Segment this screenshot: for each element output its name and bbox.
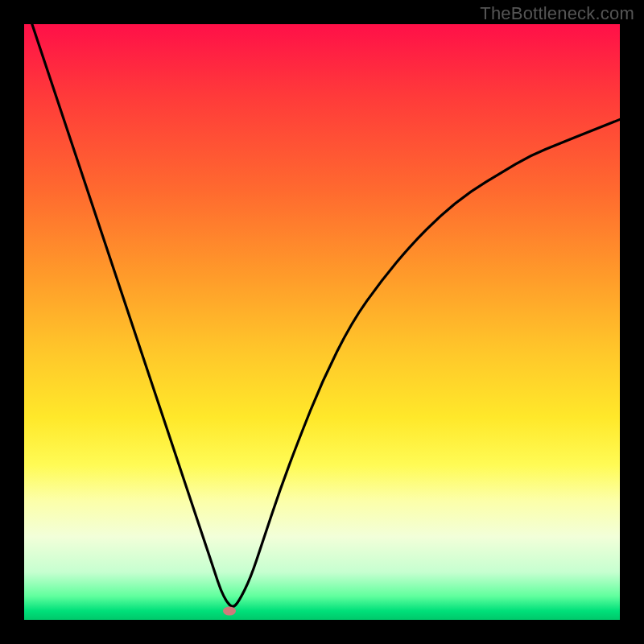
chart-plot-area <box>24 24 620 620</box>
bottleneck-curve-svg <box>24 24 620 620</box>
watermark-text: TheBottleneck.com <box>480 3 634 24</box>
optimal-point-marker <box>223 606 236 615</box>
bottleneck-curve-path <box>24 24 620 606</box>
